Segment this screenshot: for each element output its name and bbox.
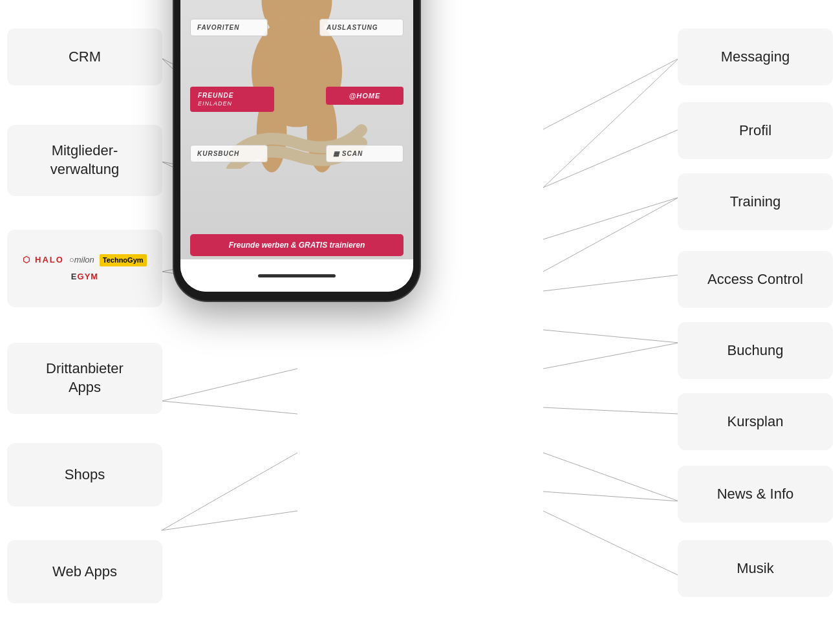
favoriten-btn-label: FAVORITEN [197,24,239,31]
shops-label: Shops [65,466,105,484]
svg-line-9 [162,511,297,530]
svg-line-20 [543,492,679,501]
svg-line-16 [543,330,679,343]
promo-label: Freunde werben & GRATIS trainieren [229,241,365,250]
drittanbieter-label: Drittanbieter Apps [46,360,124,396]
phone-device: ☰ skyGYM ⊟ [174,0,420,301]
freunde-button[interactable]: FREUNDE EINLADEN [190,87,274,112]
svg-line-8 [162,453,297,530]
mitglieder-box: Mitglieder- verwaltung [7,125,162,196]
messaging-label: Messaging [721,48,790,67]
freunde-line2: EINLADEN [198,100,232,107]
mitglieder-label: Mitglieder- verwaltung [50,142,119,179]
crm-box: CRM [7,28,162,85]
webapps-box: Web Apps [7,540,162,603]
phone-screen: ☰ skyGYM ⊟ [180,0,413,292]
musik-box: Musik [678,540,833,597]
svg-line-21 [543,511,679,576]
scan-btn-label: ▦ SCAN [333,150,363,157]
webapps-label: Web Apps [52,563,117,581]
home-bar-area [180,259,413,292]
hero-area [180,0,413,259]
svg-line-10 [543,58,679,129]
svg-line-7 [162,401,297,414]
profil-box: Profil [678,102,833,159]
phone-content: SKY🏋GYM KURSPLAN NEWS KURSE (·) LIVE FAV… [180,0,413,292]
training-box: Training [678,173,833,230]
kursplan-label: Kursplan [727,413,784,431]
profil-label: Profil [739,122,771,140]
svg-line-14 [543,197,679,272]
news-info-box: News & Info [678,466,833,523]
favoriten-button[interactable]: FAVORITEN [190,19,268,36]
auslastung-button[interactable]: AUSLASTUNG [319,19,404,36]
home-btn-label: @HOME [349,92,381,100]
training-label: Training [730,193,781,211]
news-info-label: News & Info [717,485,794,504]
kursplan-box: Kursplan [678,393,833,450]
svg-line-6 [162,369,297,401]
shops-box: Shops [7,443,162,506]
access-control-label: Access Control [707,270,803,289]
svg-line-15 [543,275,679,291]
messaging-box: Messaging [678,28,833,85]
milon-logo: ○milon [69,255,94,266]
buchung-box: Buchung [678,322,833,379]
auslastung-btn-label: AUSLASTUNG [327,24,378,31]
svg-line-19 [543,453,679,501]
promo-banner[interactable]: Freunde werben & GRATIS trainieren [190,234,404,256]
kursbuch-button[interactable]: KURSBUCH [190,145,268,162]
drittanbieter-apps-box: Drittanbieter Apps [7,343,162,414]
freunde-line1: FREUNDE [198,92,266,99]
musik-label: Musik [737,559,773,578]
home-indicator [258,274,336,277]
egym-logo: EGYM [71,272,98,283]
scan-button[interactable]: ▦ SCAN [326,145,404,162]
home-button[interactable]: @HOME [326,87,404,105]
technogym-logo: TechnoGym [100,254,147,266]
svg-line-12 [543,129,679,188]
buchung-label: Buchung [727,341,784,360]
svg-line-17 [543,343,679,369]
halo-logo: ⬡ HALO [23,255,63,266]
kursbuch-btn-label: KURSBUCH [197,150,239,157]
svg-line-11 [543,58,679,188]
drittanbieter-box: ⬡ HALO ○milon TechnoGym EGYM [7,230,162,307]
crm-label: CRM [69,48,101,67]
access-control-box: Access Control [678,251,833,308]
svg-line-13 [543,197,679,239]
svg-line-18 [543,407,679,414]
